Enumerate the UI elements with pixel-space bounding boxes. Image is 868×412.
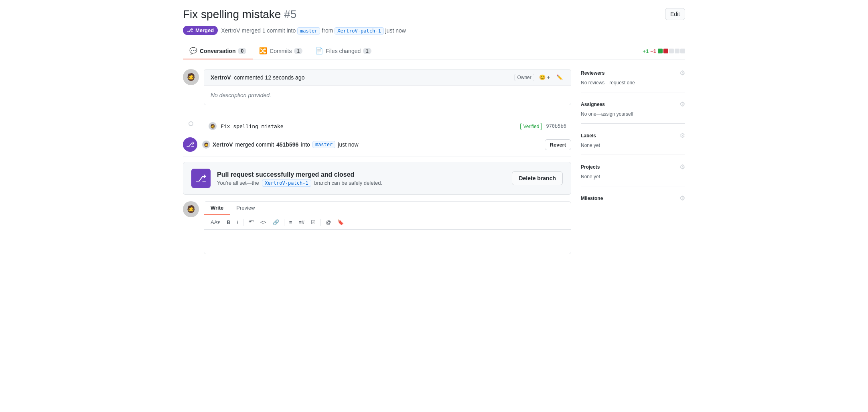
milestone-gear[interactable]: ⚙ [679, 194, 685, 202]
merge-event-text2: into [301, 141, 310, 148]
comment-author[interactable]: XertroV [211, 74, 231, 81]
merge-event: ⎇ 🧔 XertroV merged commit 451b596 into m… [183, 137, 571, 152]
reviewers-gear[interactable]: ⚙ [679, 69, 685, 77]
merge-event-text: 🧔 XertroV merged commit 451b596 into mas… [202, 141, 540, 149]
conversation-column: 🧔 XertroV commented 12 seconds ago Owner… [183, 69, 571, 261]
diff-bar-green [658, 49, 663, 53]
labels-gear[interactable]: ⚙ [679, 132, 685, 139]
merge-icon: ⎇ [187, 27, 193, 33]
comment-header-left: XertroV commented 12 seconds ago [211, 74, 304, 81]
merge-success-desc2: branch can be safely deleted. [314, 180, 382, 186]
pr-title-text: Fix spelling mistake [183, 8, 281, 20]
commits-tab-label: Commits [270, 48, 292, 54]
link-button[interactable]: 🔗 [271, 218, 281, 226]
write-box: Write Preview AA▾ B i ❝❞ <> 🔗 ≡ ≡# [204, 201, 571, 254]
merge-success-box: ⎇ Pull request successfully merged and c… [183, 162, 571, 195]
diff-bar [658, 49, 685, 53]
write-area[interactable] [204, 230, 571, 254]
emoji-button[interactable]: 😊 + [537, 73, 552, 81]
unordered-list-button[interactable]: ≡ [288, 218, 294, 226]
merge-success-text: Pull request successfully merged and clo… [217, 171, 382, 186]
toolbar-divider-2 [284, 219, 284, 226]
assignees-value: No one—assign yourself [581, 111, 685, 117]
projects-value: None yet [581, 174, 685, 179]
merge-success-icon: ⎇ [191, 169, 211, 188]
labels-header: Labels ⚙ [581, 132, 685, 139]
comment-row: 🧔 XertroV commented 12 seconds ago Owner… [183, 69, 571, 112]
from-text: from [322, 27, 333, 34]
milestone-title: Milestone [581, 196, 603, 201]
projects-gear[interactable]: ⚙ [679, 163, 685, 171]
avatar: 🧔 [183, 69, 199, 85]
assignees-gear[interactable]: ⚙ [679, 100, 685, 108]
labels-title: Labels [581, 133, 596, 139]
pr-title: Fix spelling mistake #5 [183, 8, 296, 21]
revert-button[interactable]: Revert [545, 139, 571, 150]
labels-section: Labels ⚙ None yet [581, 132, 685, 155]
merge-circle-icon: ⎇ [183, 137, 197, 152]
commit-connector [183, 120, 199, 126]
ordered-list-button[interactable]: ≡# [297, 218, 306, 226]
files-tab-count: 1 [363, 48, 371, 54]
commit-dot [189, 121, 193, 126]
merge-success-title: Pull request successfully merged and clo… [217, 171, 382, 178]
edit-comment-button[interactable]: ✏️ [555, 73, 564, 81]
write-tabs: Write Preview [204, 202, 571, 215]
meta-description-text: XertroV merged 1 commit into [221, 27, 296, 34]
comment-box: XertroV commented 12 seconds ago Owner 😊… [204, 69, 571, 105]
diff-deletions: −1 [650, 48, 656, 54]
italic-button[interactable]: i [235, 218, 240, 226]
commit-avatar: 🧔 [209, 122, 217, 130]
merge-event-commit: 451b596 [276, 141, 298, 148]
tab-commits[interactable]: 🔀 Commits 1 [253, 43, 309, 59]
milestone-section: Milestone ⚙ [581, 194, 685, 212]
comment-header: XertroV commented 12 seconds ago Owner 😊… [204, 69, 571, 86]
base-branch[interactable]: master [297, 27, 320, 35]
bold-button[interactable]: B [225, 218, 232, 226]
diff-stats: +1 −1 [643, 48, 685, 54]
delete-branch-button[interactable]: Delete branch [512, 171, 563, 185]
tab-conversation[interactable]: 💬 Conversation 0 [183, 43, 253, 59]
commits-tab-count: 1 [294, 48, 302, 54]
merge-event-time: just now [338, 141, 358, 148]
preview-tab[interactable]: Preview [230, 202, 261, 215]
pr-number: #5 [284, 8, 296, 20]
commits-icon: 🔀 [259, 47, 267, 55]
reviewers-section: Reviewers ⚙ No reviews—request one [581, 69, 685, 92]
conversation-tab-count: 0 [238, 48, 246, 54]
merge-event-text1: merged commit [235, 141, 274, 148]
task-list-button[interactable]: ☑ [309, 218, 317, 226]
files-tab-label: Files changed [326, 48, 361, 54]
assignees-section: Assignees ⚙ No one—assign yourself [581, 100, 685, 124]
bookmark-button[interactable]: 🔖 [336, 218, 345, 226]
write-comment-row: 🧔 Write Preview AA▾ B i ❝❞ <> 🔗 [183, 201, 571, 254]
mention-button[interactable]: @ [324, 218, 333, 226]
projects-header: Projects ⚙ [581, 163, 685, 171]
comment-body: No description provided. [204, 86, 571, 105]
merged-badge: ⎇ Merged [183, 26, 218, 35]
assignees-title: Assignees [581, 102, 605, 107]
head-branch[interactable]: XertroV-patch-1 [335, 27, 383, 35]
merge-success-branch: XertroV-patch-1 [262, 179, 311, 187]
quote-button[interactable]: ❝❞ [247, 218, 256, 226]
conversation-tab-label: Conversation [200, 48, 235, 54]
conversation-icon: 💬 [189, 47, 197, 55]
projects-section: Projects ⚙ None yet [581, 163, 685, 186]
edit-button[interactable]: Edit [665, 8, 685, 20]
text-size-button[interactable]: AA▾ [209, 218, 222, 226]
tab-files-changed[interactable]: 📄 Files changed 1 [309, 43, 378, 59]
comment-header-right: Owner 😊 + ✏️ [514, 73, 564, 81]
merge-event-author[interactable]: XertroV [213, 141, 233, 148]
code-button[interactable]: <> [259, 218, 268, 226]
commit-hash: 970b5b6 [546, 123, 566, 129]
badge-label: Merged [195, 27, 214, 33]
diff-bar-gray2 [675, 49, 679, 53]
write-tab[interactable]: Write [204, 202, 230, 215]
files-icon: 📄 [315, 47, 323, 55]
merge-event-base[interactable]: master [312, 141, 335, 148]
owner-badge: Owner [514, 74, 534, 81]
merge-success-description: You're all set—the XertroV-patch-1 branc… [217, 180, 382, 186]
toolbar-divider-3 [320, 219, 321, 226]
verified-badge: Verified [520, 123, 542, 130]
comment-body-text: No description provided. [211, 92, 271, 98]
